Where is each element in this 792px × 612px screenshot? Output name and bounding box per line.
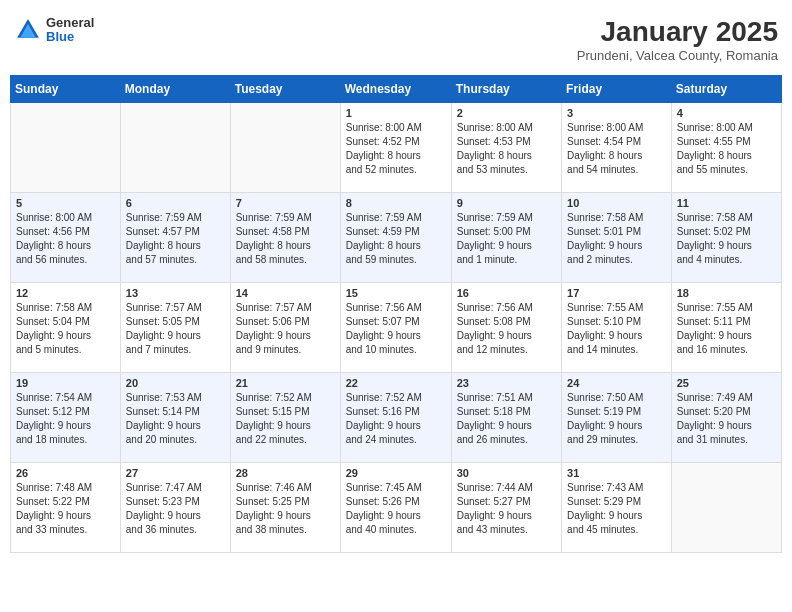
weekday-header-row: SundayMondayTuesdayWednesdayThursdayFrid… [11, 76, 782, 103]
day-number: 14 [236, 287, 335, 299]
calendar-cell: 12Sunrise: 7:58 AM Sunset: 5:04 PM Dayli… [11, 283, 121, 373]
day-detail: Sunrise: 7:59 AM Sunset: 4:57 PM Dayligh… [126, 211, 225, 267]
day-detail: Sunrise: 7:44 AM Sunset: 5:27 PM Dayligh… [457, 481, 556, 537]
week-row-2: 5Sunrise: 8:00 AM Sunset: 4:56 PM Daylig… [11, 193, 782, 283]
day-detail: Sunrise: 7:54 AM Sunset: 5:12 PM Dayligh… [16, 391, 115, 447]
weekday-header-friday: Friday [562, 76, 672, 103]
title-section: January 2025 Prundeni, Valcea County, Ro… [577, 16, 778, 63]
day-detail: Sunrise: 8:00 AM Sunset: 4:52 PM Dayligh… [346, 121, 446, 177]
day-detail: Sunrise: 7:53 AM Sunset: 5:14 PM Dayligh… [126, 391, 225, 447]
day-detail: Sunrise: 7:51 AM Sunset: 5:18 PM Dayligh… [457, 391, 556, 447]
calendar-cell: 30Sunrise: 7:44 AM Sunset: 5:27 PM Dayli… [451, 463, 561, 553]
day-detail: Sunrise: 7:50 AM Sunset: 5:19 PM Dayligh… [567, 391, 666, 447]
day-number: 11 [677, 197, 776, 209]
day-detail: Sunrise: 8:00 AM Sunset: 4:56 PM Dayligh… [16, 211, 115, 267]
day-detail: Sunrise: 7:52 AM Sunset: 5:16 PM Dayligh… [346, 391, 446, 447]
day-number: 5 [16, 197, 115, 209]
calendar-cell: 19Sunrise: 7:54 AM Sunset: 5:12 PM Dayli… [11, 373, 121, 463]
day-detail: Sunrise: 7:59 AM Sunset: 4:58 PM Dayligh… [236, 211, 335, 267]
day-number: 24 [567, 377, 666, 389]
calendar-cell [120, 103, 230, 193]
week-row-3: 12Sunrise: 7:58 AM Sunset: 5:04 PM Dayli… [11, 283, 782, 373]
logo: General Blue [14, 16, 94, 45]
calendar-cell: 1Sunrise: 8:00 AM Sunset: 4:52 PM Daylig… [340, 103, 451, 193]
day-number: 10 [567, 197, 666, 209]
weekday-header-thursday: Thursday [451, 76, 561, 103]
day-number: 12 [16, 287, 115, 299]
calendar-cell: 11Sunrise: 7:58 AM Sunset: 5:02 PM Dayli… [671, 193, 781, 283]
day-number: 15 [346, 287, 446, 299]
calendar-cell: 27Sunrise: 7:47 AM Sunset: 5:23 PM Dayli… [120, 463, 230, 553]
day-number: 9 [457, 197, 556, 209]
day-number: 31 [567, 467, 666, 479]
calendar-cell [671, 463, 781, 553]
calendar-cell: 2Sunrise: 8:00 AM Sunset: 4:53 PM Daylig… [451, 103, 561, 193]
page-header: General Blue January 2025 Prundeni, Valc… [10, 10, 782, 69]
calendar-cell: 14Sunrise: 7:57 AM Sunset: 5:06 PM Dayli… [230, 283, 340, 373]
calendar-title: January 2025 [577, 16, 778, 48]
day-detail: Sunrise: 8:00 AM Sunset: 4:54 PM Dayligh… [567, 121, 666, 177]
weekday-header-saturday: Saturday [671, 76, 781, 103]
week-row-1: 1Sunrise: 8:00 AM Sunset: 4:52 PM Daylig… [11, 103, 782, 193]
calendar-cell: 15Sunrise: 7:56 AM Sunset: 5:07 PM Dayli… [340, 283, 451, 373]
logo-blue-text: Blue [46, 30, 94, 44]
day-detail: Sunrise: 8:00 AM Sunset: 4:53 PM Dayligh… [457, 121, 556, 177]
day-detail: Sunrise: 8:00 AM Sunset: 4:55 PM Dayligh… [677, 121, 776, 177]
calendar-cell: 24Sunrise: 7:50 AM Sunset: 5:19 PM Dayli… [562, 373, 672, 463]
day-number: 28 [236, 467, 335, 479]
calendar-cell: 7Sunrise: 7:59 AM Sunset: 4:58 PM Daylig… [230, 193, 340, 283]
weekday-header-wednesday: Wednesday [340, 76, 451, 103]
logo-general-text: General [46, 16, 94, 30]
day-detail: Sunrise: 7:55 AM Sunset: 5:10 PM Dayligh… [567, 301, 666, 357]
day-number: 13 [126, 287, 225, 299]
calendar-cell: 20Sunrise: 7:53 AM Sunset: 5:14 PM Dayli… [120, 373, 230, 463]
weekday-header-tuesday: Tuesday [230, 76, 340, 103]
day-number: 4 [677, 107, 776, 119]
calendar-subtitle: Prundeni, Valcea County, Romania [577, 48, 778, 63]
calendar-cell: 9Sunrise: 7:59 AM Sunset: 5:00 PM Daylig… [451, 193, 561, 283]
day-detail: Sunrise: 7:49 AM Sunset: 5:20 PM Dayligh… [677, 391, 776, 447]
day-detail: Sunrise: 7:46 AM Sunset: 5:25 PM Dayligh… [236, 481, 335, 537]
day-number: 29 [346, 467, 446, 479]
day-detail: Sunrise: 7:43 AM Sunset: 5:29 PM Dayligh… [567, 481, 666, 537]
calendar-cell: 29Sunrise: 7:45 AM Sunset: 5:26 PM Dayli… [340, 463, 451, 553]
day-detail: Sunrise: 7:58 AM Sunset: 5:02 PM Dayligh… [677, 211, 776, 267]
calendar-cell: 22Sunrise: 7:52 AM Sunset: 5:16 PM Dayli… [340, 373, 451, 463]
day-detail: Sunrise: 7:56 AM Sunset: 5:07 PM Dayligh… [346, 301, 446, 357]
logo-icon [14, 16, 42, 44]
day-detail: Sunrise: 7:55 AM Sunset: 5:11 PM Dayligh… [677, 301, 776, 357]
day-number: 27 [126, 467, 225, 479]
calendar-cell: 18Sunrise: 7:55 AM Sunset: 5:11 PM Dayli… [671, 283, 781, 373]
day-detail: Sunrise: 7:52 AM Sunset: 5:15 PM Dayligh… [236, 391, 335, 447]
week-row-5: 26Sunrise: 7:48 AM Sunset: 5:22 PM Dayli… [11, 463, 782, 553]
day-detail: Sunrise: 7:48 AM Sunset: 5:22 PM Dayligh… [16, 481, 115, 537]
day-number: 1 [346, 107, 446, 119]
day-number: 21 [236, 377, 335, 389]
day-detail: Sunrise: 7:45 AM Sunset: 5:26 PM Dayligh… [346, 481, 446, 537]
logo-text: General Blue [46, 16, 94, 45]
day-detail: Sunrise: 7:58 AM Sunset: 5:01 PM Dayligh… [567, 211, 666, 267]
day-number: 8 [346, 197, 446, 209]
calendar-cell: 3Sunrise: 8:00 AM Sunset: 4:54 PM Daylig… [562, 103, 672, 193]
week-row-4: 19Sunrise: 7:54 AM Sunset: 5:12 PM Dayli… [11, 373, 782, 463]
calendar-cell: 17Sunrise: 7:55 AM Sunset: 5:10 PM Dayli… [562, 283, 672, 373]
calendar-cell: 26Sunrise: 7:48 AM Sunset: 5:22 PM Dayli… [11, 463, 121, 553]
day-detail: Sunrise: 7:59 AM Sunset: 4:59 PM Dayligh… [346, 211, 446, 267]
day-number: 25 [677, 377, 776, 389]
calendar-cell [230, 103, 340, 193]
day-number: 18 [677, 287, 776, 299]
calendar-cell: 28Sunrise: 7:46 AM Sunset: 5:25 PM Dayli… [230, 463, 340, 553]
day-number: 3 [567, 107, 666, 119]
day-detail: Sunrise: 7:58 AM Sunset: 5:04 PM Dayligh… [16, 301, 115, 357]
calendar-cell: 21Sunrise: 7:52 AM Sunset: 5:15 PM Dayli… [230, 373, 340, 463]
day-number: 26 [16, 467, 115, 479]
day-number: 17 [567, 287, 666, 299]
calendar-cell: 23Sunrise: 7:51 AM Sunset: 5:18 PM Dayli… [451, 373, 561, 463]
calendar-table: SundayMondayTuesdayWednesdayThursdayFrid… [10, 75, 782, 553]
calendar-cell: 10Sunrise: 7:58 AM Sunset: 5:01 PM Dayli… [562, 193, 672, 283]
calendar-cell: 16Sunrise: 7:56 AM Sunset: 5:08 PM Dayli… [451, 283, 561, 373]
day-detail: Sunrise: 7:59 AM Sunset: 5:00 PM Dayligh… [457, 211, 556, 267]
day-number: 30 [457, 467, 556, 479]
day-detail: Sunrise: 7:56 AM Sunset: 5:08 PM Dayligh… [457, 301, 556, 357]
calendar-cell: 5Sunrise: 8:00 AM Sunset: 4:56 PM Daylig… [11, 193, 121, 283]
